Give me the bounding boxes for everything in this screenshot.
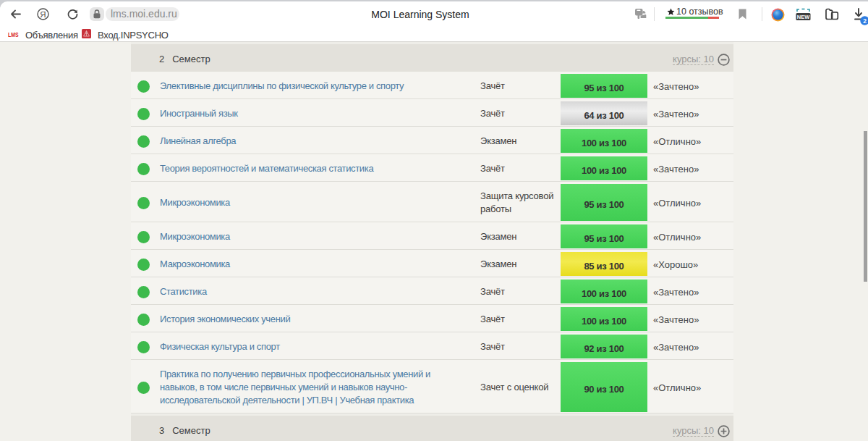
svg-text:Я: Я	[40, 10, 46, 19]
svg-text:NEW: NEW	[797, 14, 810, 20]
svg-text:2: 2	[863, 17, 867, 25]
